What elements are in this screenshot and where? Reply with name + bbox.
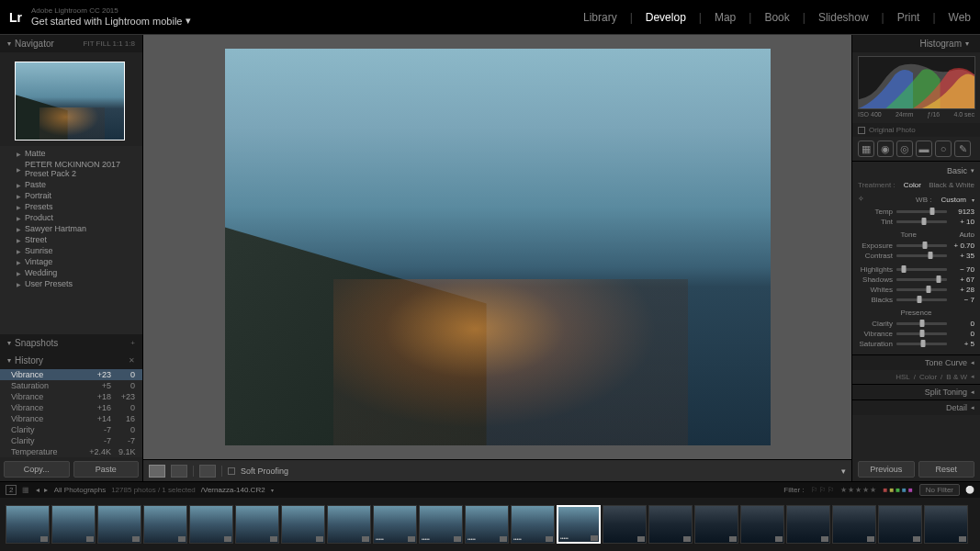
nav-back-icon[interactable]: ◂ — [36, 486, 39, 494]
basic-title[interactable]: Basic — [947, 166, 967, 175]
slider-track[interactable] — [896, 343, 947, 345]
treatment-color[interactable]: Color — [904, 181, 921, 189]
slider-value[interactable]: + 5 — [951, 340, 974, 348]
filmstrip-thumb[interactable] — [97, 505, 141, 544]
filename-dropdown-icon[interactable]: ▾ — [271, 487, 274, 493]
filmstrip-thumb[interactable]: ••••• — [419, 505, 463, 544]
toolbar-dropdown-icon[interactable]: ▾ — [841, 467, 846, 476]
filmstrip-thumb[interactable] — [878, 505, 922, 544]
navigator-modes[interactable]: FIT FILL 1:1 1:8 — [84, 39, 135, 48]
wb-dropdown-icon[interactable]: ▾ — [972, 197, 974, 203]
slider-blacks[interactable]: Blacks− 7 — [858, 295, 974, 305]
history-header[interactable]: ▾ History ✕ — [0, 352, 142, 369]
slider-track[interactable] — [896, 268, 947, 271]
history-item[interactable]: Vibrance+160 — [0, 402, 142, 413]
slider-exposure[interactable]: Exposure+ 0.70 — [858, 241, 974, 251]
original-photo-checkbox[interactable] — [858, 127, 865, 134]
module-library[interactable]: Library — [583, 11, 617, 24]
redeye-tool-icon[interactable]: ◎ — [896, 141, 913, 157]
secondary-display-icon[interactable]: 2 — [6, 485, 17, 495]
slider-thumb[interactable] — [919, 320, 924, 327]
preset-folder[interactable]: ▶Matte — [0, 148, 142, 159]
wb-dropper-icon[interactable]: ✧ — [858, 195, 867, 204]
history-item[interactable]: Saturation+50 — [0, 380, 142, 391]
slider-temp[interactable]: Temp9123 — [858, 207, 974, 217]
tone-curve-section[interactable]: Tone Curve◂ — [852, 354, 980, 370]
filmstrip-thumb[interactable] — [740, 505, 784, 544]
preset-folder[interactable]: ▶Product — [0, 212, 142, 223]
grid-toggle-icon[interactable]: ▦ — [22, 486, 29, 494]
preset-folder[interactable]: ▶Paste — [0, 179, 142, 190]
filmstrip-thumb[interactable]: ••••• — [465, 505, 509, 544]
filmstrip-thumb[interactable] — [143, 505, 187, 544]
crop-tool-icon[interactable]: ▦ — [858, 141, 874, 157]
filmstrip-thumb[interactable] — [51, 505, 96, 544]
grid-icon[interactable] — [199, 465, 216, 478]
filmstrip-thumb[interactable] — [327, 505, 371, 544]
filmstrip-thumb[interactable] — [786, 505, 830, 544]
preset-folder[interactable]: ▶Street — [0, 234, 142, 245]
filmstrip-thumb[interactable] — [924, 505, 968, 544]
slider-value[interactable]: + 67 — [951, 276, 974, 284]
hsl-section[interactable]: HSL/ Color/ B & W◂ — [852, 370, 980, 384]
reset-button[interactable]: Reset — [918, 461, 975, 478]
filmstrip-thumb[interactable] — [694, 505, 738, 544]
slider-thumb[interactable] — [920, 340, 925, 347]
preset-folder[interactable]: ▶Wedding — [0, 267, 142, 278]
image-viewport[interactable] — [143, 35, 851, 459]
slider-value[interactable]: + 0.70 — [951, 242, 974, 250]
filmstrip-thumb[interactable] — [832, 505, 876, 544]
slider-highlights[interactable]: Highlights− 70 — [858, 264, 974, 275]
slider-track[interactable] — [896, 278, 947, 281]
star-filter[interactable]: ★★★★★ — [840, 486, 877, 494]
loupe-view-icon[interactable] — [149, 465, 165, 478]
slider-thumb[interactable] — [927, 286, 931, 293]
slider-thumb[interactable] — [929, 208, 934, 215]
slider-whites[interactable]: Whites+ 28 — [858, 285, 974, 295]
filter-lock-icon[interactable]: ⚪ — [965, 486, 974, 494]
color-filter[interactable]: ■■■■■ — [883, 486, 914, 494]
wb-value[interactable]: Custom — [941, 196, 966, 204]
slider-track[interactable] — [896, 288, 947, 291]
gradient-tool-icon[interactable]: ▬ — [916, 141, 932, 157]
preset-folder[interactable]: ▶Sunrise — [0, 245, 142, 256]
slider-shadows[interactable]: Shadows+ 67 — [858, 275, 974, 285]
slider-track[interactable] — [896, 322, 947, 325]
slider-saturation[interactable]: Saturation+ 5 — [858, 339, 974, 349]
brush-tool-icon[interactable]: ✎ — [954, 141, 971, 157]
detail-section[interactable]: Detail◂ — [852, 399, 980, 415]
histogram-graph[interactable] — [858, 56, 975, 109]
filmstrip-thumb[interactable] — [235, 505, 279, 544]
filmstrip-thumb[interactable]: ••••• — [373, 505, 417, 544]
slider-track[interactable] — [896, 254, 947, 257]
slider-thumb[interactable] — [936, 276, 941, 283]
paste-button[interactable]: Paste — [73, 461, 140, 478]
filmstrip-thumb[interactable]: ••••• — [511, 505, 555, 544]
history-item[interactable]: Vibrance+18+23 — [0, 391, 142, 402]
previous-button[interactable]: Previous — [858, 461, 915, 478]
add-snapshot-icon[interactable]: + — [130, 339, 135, 347]
preset-folder[interactable]: ▶Portrait — [0, 190, 142, 201]
split-toning-section[interactable]: Split Toning◂ — [852, 384, 980, 399]
clear-history-icon[interactable]: ✕ — [129, 356, 135, 365]
history-item[interactable]: Clarity-7-7 — [0, 435, 142, 446]
nav-forward-icon[interactable]: ▸ — [44, 486, 48, 494]
preset-folder[interactable]: ▶PETER MCKINNON 2017 Preset Pack 2 — [0, 159, 142, 179]
filmstrip-thumb[interactable] — [648, 505, 693, 544]
slider-value[interactable]: + 35 — [951, 252, 974, 260]
slider-value[interactable]: + 28 — [951, 286, 974, 294]
history-item[interactable]: Vibrance+230 — [0, 369, 142, 380]
header-title-block[interactable]: Adobe Lightroom CC 2015 Get started with… — [31, 7, 191, 27]
slider-track[interactable] — [896, 220, 947, 223]
flag-filter[interactable]: ⚐⚐⚐ — [810, 486, 835, 494]
filmstrip-thumb[interactable] — [281, 505, 325, 544]
slider-thumb[interactable] — [922, 218, 927, 225]
slider-thumb[interactable] — [918, 296, 922, 303]
filmstrip-thumb[interactable] — [6, 505, 50, 544]
navigator-preview[interactable] — [0, 52, 142, 146]
all-photographs-label[interactable]: All Photographs — [54, 486, 106, 494]
slider-value[interactable]: 0 — [951, 320, 974, 328]
auto-button[interactable]: Auto — [960, 231, 974, 239]
slider-track[interactable] — [896, 210, 947, 213]
filmstrip-thumb[interactable] — [603, 505, 647, 544]
